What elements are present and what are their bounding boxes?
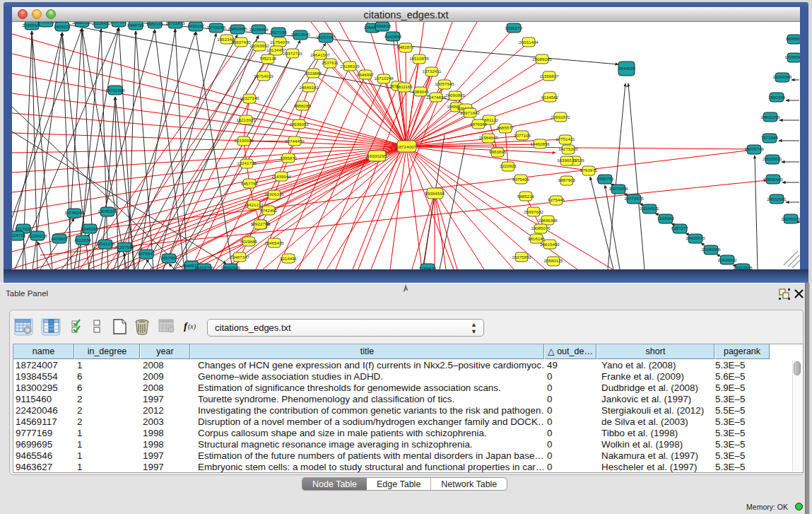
svg-text:22744459: 22744459 bbox=[285, 139, 305, 144]
svg-text:5188470: 5188470 bbox=[419, 266, 437, 269]
svg-text:16396513: 16396513 bbox=[557, 158, 577, 163]
svg-text:22474828: 22474828 bbox=[426, 95, 446, 100]
svg-text:9887903: 9887903 bbox=[558, 177, 576, 182]
svg-text:15180586: 15180586 bbox=[701, 247, 721, 252]
svg-text:3220921: 3220921 bbox=[500, 163, 517, 168]
svg-text:8224730: 8224730 bbox=[12, 233, 26, 238]
svg-text:4439167: 4439167 bbox=[187, 23, 205, 28]
svg-text:16510878: 16510878 bbox=[409, 56, 429, 61]
svg-text:11584847: 11584847 bbox=[478, 135, 498, 140]
svg-text:8029889: 8029889 bbox=[240, 239, 258, 244]
svg-text:10327246: 10327246 bbox=[240, 95, 259, 100]
svg-text:21754078: 21754078 bbox=[270, 40, 290, 45]
svg-text:23487347: 23487347 bbox=[230, 255, 249, 259]
svg-text:14275203: 14275203 bbox=[558, 146, 578, 151]
svg-text:10228452: 10228452 bbox=[91, 22, 111, 25]
svg-text:9816145: 9816145 bbox=[528, 236, 546, 241]
svg-text:1999828: 1999828 bbox=[374, 23, 392, 28]
svg-text:6217026: 6217026 bbox=[15, 226, 33, 231]
svg-text:4143890: 4143890 bbox=[384, 34, 402, 39]
svg-text:9275445: 9275445 bbox=[548, 197, 565, 202]
svg-text:19285201: 19285201 bbox=[781, 216, 800, 221]
svg-text:22806503: 22806503 bbox=[763, 177, 783, 182]
svg-text:15375853: 15375853 bbox=[512, 255, 531, 259]
svg-text:3395870: 3395870 bbox=[280, 156, 298, 160]
svg-text:6742460: 6742460 bbox=[260, 208, 278, 213]
svg-text:19299464: 19299464 bbox=[249, 27, 269, 32]
svg-text:20813640: 20813640 bbox=[290, 32, 310, 37]
svg-text:1839221: 1839221 bbox=[54, 24, 71, 29]
svg-text:4735650: 4735650 bbox=[37, 22, 55, 24]
svg-text:8806804: 8806804 bbox=[786, 36, 800, 41]
svg-text:7671884: 7671884 bbox=[761, 135, 779, 140]
svg-text:19384554: 19384554 bbox=[425, 191, 445, 196]
svg-text:22992872: 22992872 bbox=[551, 115, 570, 119]
svg-text:12541238: 12541238 bbox=[95, 241, 115, 246]
svg-text:25852685: 25852685 bbox=[228, 26, 247, 31]
svg-text:24425670: 24425670 bbox=[686, 235, 705, 240]
svg-text:25025631: 25025631 bbox=[763, 156, 782, 161]
svg-text:9875847: 9875847 bbox=[138, 251, 155, 256]
svg-text:8336273: 8336273 bbox=[505, 25, 523, 30]
svg-text:6357277: 6357277 bbox=[671, 226, 689, 230]
svg-text:5685216: 5685216 bbox=[517, 194, 535, 199]
svg-text:8685577: 8685577 bbox=[497, 125, 514, 130]
svg-text:8489709: 8489709 bbox=[127, 23, 145, 28]
svg-text:13754919: 13754919 bbox=[254, 74, 273, 78]
svg-text:23971842: 23971842 bbox=[460, 110, 480, 115]
svg-text:12294238: 12294238 bbox=[28, 233, 47, 238]
svg-text:10334531: 10334531 bbox=[640, 206, 659, 211]
svg-text:8646997: 8646997 bbox=[357, 72, 375, 77]
svg-text:8396759: 8396759 bbox=[596, 176, 614, 181]
svg-text:10710248: 10710248 bbox=[374, 76, 394, 81]
svg-text:9983893: 9983893 bbox=[489, 149, 507, 154]
svg-text:3644095: 3644095 bbox=[618, 66, 636, 71]
svg-text:3333883: 3333883 bbox=[305, 71, 322, 76]
svg-text:9214491: 9214491 bbox=[280, 256, 298, 261]
svg-text:19832259: 19832259 bbox=[760, 115, 780, 119]
svg-text:21439044: 21439044 bbox=[271, 174, 291, 179]
svg-text:9958289: 9958289 bbox=[294, 103, 312, 108]
svg-text:10323815: 10323815 bbox=[733, 265, 753, 269]
svg-text:24549181: 24549181 bbox=[299, 85, 319, 90]
svg-text:6482877: 6482877 bbox=[397, 45, 415, 49]
svg-text:11558837: 11558837 bbox=[539, 74, 559, 78]
svg-text:10057945: 10057945 bbox=[435, 81, 454, 86]
svg-text:20372723: 20372723 bbox=[283, 51, 302, 56]
svg-text:16415740: 16415740 bbox=[194, 265, 214, 269]
svg-text:21257684: 21257684 bbox=[114, 245, 134, 250]
svg-text:23936053: 23936053 bbox=[289, 122, 309, 127]
svg-text:22306335: 22306335 bbox=[264, 192, 284, 197]
svg-text:1218062: 1218062 bbox=[657, 216, 675, 221]
svg-text:3917183: 3917183 bbox=[270, 30, 288, 35]
svg-text:18300295: 18300295 bbox=[367, 153, 387, 158]
svg-text:24532561: 24532561 bbox=[767, 197, 787, 201]
svg-text:8134562: 8134562 bbox=[541, 95, 559, 100]
svg-text:14460856: 14460856 bbox=[530, 141, 550, 146]
svg-text:12416912: 12416912 bbox=[717, 257, 737, 262]
svg-text:13045349: 13045349 bbox=[98, 209, 117, 214]
svg-text:2876966: 2876966 bbox=[470, 122, 488, 127]
svg-text:5793975: 5793975 bbox=[580, 168, 598, 173]
svg-text:13701506: 13701506 bbox=[105, 88, 125, 93]
svg-text:2077105: 2077105 bbox=[514, 133, 531, 138]
svg-text:18724007: 18724007 bbox=[396, 144, 416, 149]
svg-text:17751421: 17751421 bbox=[555, 136, 575, 141]
svg-text:23188315: 23188315 bbox=[340, 64, 360, 69]
svg-text:20580115: 20580115 bbox=[543, 258, 563, 263]
svg-text:1890399: 1890399 bbox=[768, 95, 786, 100]
svg-text:18922760: 18922760 bbox=[250, 221, 270, 226]
svg-text:25089205: 25089205 bbox=[532, 57, 552, 62]
svg-text:13748244: 13748244 bbox=[64, 210, 84, 215]
svg-text:25465435: 25465435 bbox=[264, 240, 284, 245]
svg-text:4389045: 4389045 bbox=[412, 89, 430, 94]
svg-text:4245263: 4245263 bbox=[81, 226, 99, 231]
svg-text:15157347: 15157347 bbox=[316, 35, 336, 40]
svg-text:9217207: 9217207 bbox=[110, 22, 128, 24]
svg-text:4429607: 4429607 bbox=[51, 236, 69, 241]
svg-text:16072954: 16072954 bbox=[608, 186, 628, 191]
svg-text:20031404: 20031404 bbox=[519, 40, 539, 45]
svg-text:7452134: 7452134 bbox=[259, 56, 277, 61]
svg-text:20772475: 20772475 bbox=[624, 196, 644, 201]
svg-text:21200396: 21200396 bbox=[772, 74, 792, 79]
